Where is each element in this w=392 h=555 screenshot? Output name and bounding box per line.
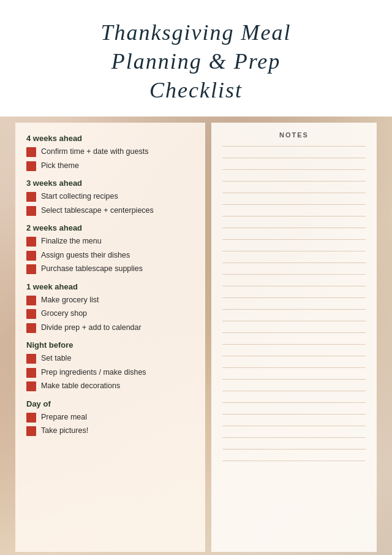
notes-line bbox=[222, 262, 366, 263]
notes-line bbox=[222, 169, 366, 170]
notes-line bbox=[222, 344, 366, 345]
list-item: Finalize the menu bbox=[26, 236, 194, 247]
item-label: Start collecting recipes bbox=[41, 191, 118, 202]
section-header-day-of: Day of bbox=[26, 399, 194, 408]
list-item: Select tablescape + centerpieces bbox=[26, 205, 194, 216]
notes-line bbox=[222, 286, 366, 286]
notes-line bbox=[222, 414, 366, 415]
checkbox-icon[interactable] bbox=[26, 206, 36, 216]
notes-line bbox=[222, 461, 366, 461]
notes-line bbox=[222, 274, 366, 275]
notes-line bbox=[222, 204, 366, 205]
item-label: Make grocery list bbox=[41, 295, 99, 306]
checkbox-icon[interactable] bbox=[26, 251, 36, 261]
notes-line bbox=[222, 391, 366, 391]
checkbox-icon[interactable] bbox=[26, 147, 36, 157]
notes-panel: NOTES bbox=[211, 123, 377, 552]
section-header-night-before: Night before bbox=[26, 340, 194, 350]
notes-line bbox=[222, 437, 366, 438]
list-item: Start collecting recipes bbox=[26, 191, 194, 202]
notes-lines bbox=[217, 146, 371, 461]
checkbox-icon[interactable] bbox=[26, 354, 36, 364]
checkbox-icon[interactable] bbox=[26, 192, 36, 202]
checklist-panel: 4 weeks aheadConfirm time + date with gu… bbox=[15, 123, 205, 552]
notes-line bbox=[222, 146, 366, 147]
section-header-4-weeks-ahead: 4 weeks ahead bbox=[26, 134, 194, 143]
checkbox-icon[interactable] bbox=[26, 426, 36, 436]
item-label: Grocery shop bbox=[41, 308, 87, 320]
item-label: Purchase tablescape supplies bbox=[41, 264, 143, 275]
item-label: Select tablescape + centerpieces bbox=[41, 205, 154, 216]
list-item: Assign guests their dishes bbox=[26, 250, 194, 261]
section-header-1-week-ahead: 1 week ahead bbox=[26, 282, 194, 291]
item-label: Prep ingredients / make dishes bbox=[41, 367, 146, 378]
list-item: Make table decorations bbox=[26, 381, 194, 392]
notes-line bbox=[222, 158, 366, 158]
checkbox-icon[interactable] bbox=[26, 264, 36, 274]
notes-line bbox=[222, 193, 366, 193]
notes-line bbox=[222, 251, 366, 251]
list-item: Grocery shop bbox=[26, 308, 194, 320]
section-header-3-weeks-ahead: 3 weeks ahead bbox=[26, 178, 194, 188]
notes-line bbox=[222, 426, 366, 426]
notes-label: NOTES bbox=[217, 131, 371, 139]
list-item: Purchase tablescape supplies bbox=[26, 264, 194, 275]
notes-line bbox=[222, 309, 366, 310]
notes-line bbox=[222, 239, 366, 240]
content-area: 4 weeks aheadConfirm time + date with gu… bbox=[0, 117, 392, 555]
section-header-2-weeks-ahead: 2 weeks ahead bbox=[26, 223, 194, 232]
list-item: Make grocery list bbox=[26, 295, 194, 306]
notes-line bbox=[222, 216, 366, 216]
checkbox-icon[interactable] bbox=[26, 296, 36, 305]
item-label: Set table bbox=[41, 353, 71, 364]
list-item: Confirm time + date with guests bbox=[26, 147, 194, 158]
checkbox-icon[interactable] bbox=[26, 309, 36, 319]
checkbox-icon[interactable] bbox=[26, 323, 36, 333]
checkbox-icon[interactable] bbox=[26, 413, 36, 423]
list-item: Prep ingredients / make dishes bbox=[26, 367, 194, 378]
checkbox-icon[interactable] bbox=[26, 161, 36, 171]
notes-line bbox=[222, 321, 366, 321]
item-label: Take pictures! bbox=[41, 426, 88, 437]
item-label: Assign guests their dishes bbox=[41, 250, 130, 261]
checkbox-icon[interactable] bbox=[26, 381, 36, 391]
list-item: Set table bbox=[26, 353, 194, 364]
checkbox-icon[interactable] bbox=[26, 368, 36, 378]
item-label: Pick theme bbox=[41, 161, 79, 172]
page-title: Thanksgiving Meal Planning & Prep Checkl… bbox=[12, 18, 380, 104]
item-label: Finalize the menu bbox=[41, 236, 102, 247]
item-label: Prepare meal bbox=[41, 412, 87, 423]
notes-line bbox=[222, 449, 366, 450]
item-label: Make table decorations bbox=[41, 381, 120, 392]
item-label: Confirm time + date with guests bbox=[41, 147, 148, 158]
list-item: Take pictures! bbox=[26, 426, 194, 437]
notes-line bbox=[222, 379, 366, 380]
list-item: Divide prep + add to calendar bbox=[26, 323, 194, 334]
checkbox-icon[interactable] bbox=[26, 237, 36, 247]
list-item: Prepare meal bbox=[26, 412, 194, 423]
notes-line bbox=[222, 367, 366, 368]
notes-line bbox=[222, 181, 366, 182]
list-item: Pick theme bbox=[26, 161, 194, 172]
item-label: Divide prep + add to calendar bbox=[41, 323, 141, 334]
notes-line bbox=[222, 297, 366, 298]
notes-line bbox=[222, 228, 366, 228]
page-header: Thanksgiving Meal Planning & Prep Checkl… bbox=[0, 0, 392, 117]
notes-line bbox=[222, 332, 366, 333]
notes-line bbox=[222, 402, 366, 403]
notes-line bbox=[222, 356, 366, 356]
